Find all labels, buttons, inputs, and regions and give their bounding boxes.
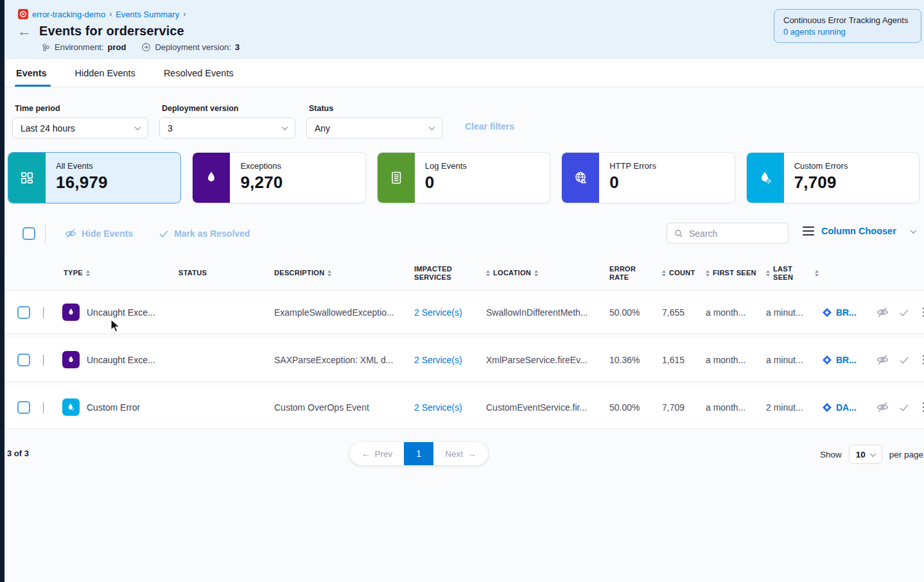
stat-card-label: HTTP Errors <box>609 161 656 171</box>
row-menu-icon[interactable] <box>919 401 924 413</box>
sort-icon[interactable] <box>534 270 538 277</box>
column-header-count[interactable]: COUNT <box>662 269 706 277</box>
hide-events-label: Hide Events <box>82 228 133 239</box>
stat-card-label: Log Events <box>425 161 467 171</box>
page-number-button[interactable]: 1 <box>404 442 433 465</box>
clear-filters-link[interactable]: Clear filters <box>465 121 514 132</box>
collapsed-sidebar[interactable] <box>0 0 4 582</box>
hide-event-icon[interactable] <box>876 305 889 319</box>
column-header-last-seen[interactable]: LAST SEEN <box>766 265 823 282</box>
event-location: XmlParseService.fireEv... <box>486 355 609 365</box>
ticket-id: BR... <box>836 307 857 318</box>
environment-meta: Environment: prod <box>41 42 126 52</box>
sort-icon[interactable] <box>662 270 666 277</box>
column-header-type[interactable]: TYPE <box>62 269 178 277</box>
tab-events[interactable]: Events <box>16 59 47 87</box>
chevron-down-icon <box>869 450 876 457</box>
back-arrow-icon[interactable]: ← <box>17 25 31 38</box>
table-toolbar: Hide Events Mark as Resolved Column Choo… <box>4 223 924 244</box>
column-header-status[interactable]: STATUS <box>178 269 274 277</box>
agents-card[interactable]: Continuous Error Tracking Agents 0 agent… <box>774 9 921 43</box>
stat-card-value: 7,709 <box>794 173 848 193</box>
breadcrumb-separator: › <box>183 10 186 19</box>
sort-icon[interactable] <box>706 270 710 277</box>
stat-card-exceptions[interactable]: Exceptions 9,270 <box>192 152 365 203</box>
agents-running-link[interactable]: 0 agents running <box>783 27 912 37</box>
arrow-right-icon: → <box>467 449 476 459</box>
row-menu-icon[interactable] <box>919 306 924 318</box>
stat-card-custom-errors[interactable]: Custom Errors 7,709 <box>746 152 920 203</box>
error-rate: 50.00% <box>609 402 662 413</box>
select-all-checkbox[interactable] <box>22 227 35 240</box>
tab-bar: Events Hidden Events Resolved Events <box>4 59 924 87</box>
page-size-value: 10 <box>856 450 866 459</box>
environment-label: Environment: <box>55 42 104 52</box>
hide-event-icon[interactable] <box>876 400 889 414</box>
column-chooser-button[interactable]: Column Chooser <box>803 226 916 236</box>
resolve-event-icon[interactable] <box>898 354 910 366</box>
row-checkbox[interactable] <box>17 354 30 366</box>
ticket-link[interactable]: BR... <box>823 355 873 365</box>
page-size-select[interactable]: 10 <box>849 445 882 464</box>
grid-icon <box>8 153 46 203</box>
mark-resolved-button[interactable]: Mark as Resolved <box>158 228 250 239</box>
tab-hidden-events[interactable]: Hidden Events <box>75 59 135 87</box>
sort-icon[interactable] <box>327 270 331 277</box>
search-input[interactable] <box>689 228 781 239</box>
column-header-location[interactable]: LOCATION <box>486 269 609 277</box>
event-type: Uncaught Exce... <box>87 355 161 365</box>
ticket-link[interactable]: DA... <box>823 402 873 413</box>
stat-card-label: Custom Errors <box>794 161 848 171</box>
table-row[interactable]: Custom Error Custom OverOps Event 2 Serv… <box>4 386 924 429</box>
column-header-description[interactable]: DESCRIPTION <box>274 269 414 277</box>
time-period-label: Time period <box>12 104 148 113</box>
show-label: Show <box>820 450 842 459</box>
hide-event-icon[interactable] <box>876 353 889 366</box>
event-description: Custom OverOps Event <box>274 402 414 413</box>
table-row[interactable]: Uncaught Exce... ExampleSwallowedExcepti… <box>4 291 924 334</box>
flame-icon <box>62 304 80 321</box>
sort-icon[interactable] <box>86 270 90 277</box>
chevron-down-icon <box>282 124 288 130</box>
ticket-diamond-icon <box>823 308 832 317</box>
row-checkbox[interactable] <box>17 401 30 414</box>
tab-resolved-events[interactable]: Resolved Events <box>164 59 234 87</box>
chevron-right-icon[interactable] <box>43 307 44 318</box>
pagination-pill: ← Prev 1 Next → <box>350 442 488 465</box>
resolve-event-icon[interactable] <box>898 402 910 413</box>
prev-page-button[interactable]: ← Prev <box>350 442 404 465</box>
column-header-first-seen[interactable]: FIRST SEEN <box>706 269 766 277</box>
column-header-error-rate[interactable]: ERROR RATE <box>609 265 643 282</box>
sort-icon[interactable] <box>766 270 770 277</box>
chevron-right-icon[interactable] <box>43 355 44 366</box>
row-checkbox[interactable] <box>17 306 30 319</box>
sort-icon[interactable] <box>815 270 819 277</box>
column-header-impacted-services[interactable]: IMPACTED SERVICES <box>414 265 469 282</box>
hide-events-button[interactable]: Hide Events <box>64 227 133 240</box>
stat-card-label: All Events <box>56 161 108 171</box>
breadcrumb-events-summary[interactable]: Events Summary <box>116 10 179 19</box>
stat-cards: All Events 16,979 Exceptions 9,270 Log <box>4 139 924 203</box>
chevron-right-icon[interactable] <box>43 402 44 413</box>
impacted-services-link[interactable]: 2 Service(s) <box>414 402 486 413</box>
stat-card-http-errors[interactable]: HTTP Errors 0 <box>561 152 735 203</box>
impacted-services-link[interactable]: 2 Service(s) <box>414 307 486 318</box>
resolve-event-icon[interactable] <box>898 307 910 318</box>
status-select[interactable]: Any <box>306 117 442 139</box>
status-value: Any <box>315 123 330 133</box>
event-description: ExampleSwallowedExceptio... <box>274 307 414 318</box>
time-period-select[interactable]: Last 24 hours <box>12 117 148 139</box>
impacted-services-link[interactable]: 2 Service(s) <box>414 355 486 365</box>
table-row[interactable]: Uncaught Exce... SAXParseException: XML … <box>4 338 924 382</box>
deployment-version-select[interactable]: 3 <box>159 117 295 139</box>
ticket-link[interactable]: BR... <box>823 307 873 318</box>
row-menu-icon[interactable] <box>919 354 924 366</box>
ticket-diamond-icon <box>823 403 832 412</box>
deployment-icon <box>141 42 151 52</box>
sort-icon[interactable] <box>486 270 490 277</box>
breadcrumb-project[interactable]: error-tracking-demo <box>32 10 105 19</box>
stat-card-all-events[interactable]: All Events 16,979 <box>8 152 181 203</box>
next-page-button[interactable]: Next → <box>433 442 487 465</box>
mark-resolved-label: Mark as Resolved <box>174 228 250 239</box>
stat-card-log-events[interactable]: Log Events 0 <box>377 152 550 203</box>
